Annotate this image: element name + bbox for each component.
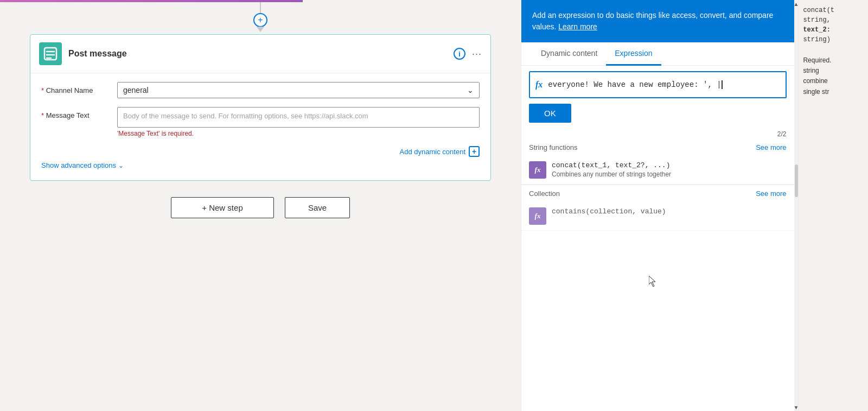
fx-func-icon: fx xyxy=(535,166,541,174)
fx-icon: fx xyxy=(535,80,542,90)
string-functions-header: String functions See more xyxy=(521,139,794,156)
message-text-input[interactable]: Body of the message to send. For formatt… xyxy=(117,107,480,128)
chevron-down-icon: ⌄ xyxy=(118,162,124,169)
code-line-3: text_2: xyxy=(803,26,830,34)
message-text-row: * Message Text Body of the message to se… xyxy=(41,107,480,137)
panel-scrollbar[interactable]: ▲ ▼ xyxy=(794,0,799,411)
top-connector: + xyxy=(253,2,267,32)
show-advanced-options[interactable]: Show advanced options ⌄ xyxy=(41,161,480,169)
card-title: Post message xyxy=(68,49,454,59)
ok-button[interactable]: OK xyxy=(529,104,571,123)
message-placeholder-text: Body of the message to send. For formatt… xyxy=(123,112,368,120)
code-line-1: concat(t xyxy=(803,5,864,15)
concat-func-icon: fx xyxy=(529,161,546,179)
learn-more-link[interactable]: Learn more xyxy=(558,22,597,31)
text-cursor xyxy=(722,80,723,89)
info-icon[interactable]: i xyxy=(454,48,465,60)
panel-info-banner: Add an expression to do basic things lik… xyxy=(521,0,794,42)
concat-func-name: concat(text_1, text_2?, ...) xyxy=(552,161,787,169)
message-text-input-wrapper: Body of the message to send. For formatt… xyxy=(117,107,480,137)
concat-function-item[interactable]: fx concat(text_1, text_2?, ...) Combines… xyxy=(521,156,794,185)
message-text-label: * Message Text xyxy=(41,107,117,119)
add-dynamic-content-row: Add dynamic content + xyxy=(41,146,480,157)
add-dynamic-content-label: Add dynamic content xyxy=(400,148,465,156)
channel-name-row: * Channel Name general ⌄ xyxy=(41,82,480,98)
expression-panel: Add an expression to do basic things lik… xyxy=(521,0,794,411)
scroll-up-arrow[interactable]: ▲ xyxy=(794,0,799,8)
expression-text: everyone! We have a new employee: ', | xyxy=(548,80,780,89)
dynamic-plus-icon: + xyxy=(469,146,480,157)
desc-line-2: string xyxy=(803,66,864,76)
connector-arrow xyxy=(257,27,264,32)
page-number: 2/2 xyxy=(521,129,794,139)
top-progress-bar xyxy=(0,0,505,2)
concat-func-desc: Combines any number of strings together xyxy=(552,170,787,178)
channel-name-dropdown[interactable]: general ⌄ xyxy=(117,82,480,98)
far-right-code: concat(t string, text_2: string) xyxy=(803,5,864,45)
channel-name-value: general xyxy=(123,86,149,94)
dropdown-chevron-icon: ⌄ xyxy=(467,86,474,94)
contains-func-icon: fx xyxy=(529,207,546,225)
concat-func-details: concat(text_1, text_2?, ...) Combines an… xyxy=(552,161,787,178)
collection-section-header: Collection See more xyxy=(521,185,794,202)
card-header-icons: i ··· xyxy=(454,48,482,60)
contains-func-details: contains(collection, value) xyxy=(552,207,787,216)
expression-input-area[interactable]: fx everyone! We have a new employee: ', … xyxy=(529,71,787,98)
code-line-4: string) xyxy=(803,35,864,45)
contains-func-name: contains(collection, value) xyxy=(552,207,787,216)
code-line-2: string, xyxy=(803,15,864,25)
right-panel: Add an expression to do basic things lik… xyxy=(521,0,868,411)
desc-line-1: Required. xyxy=(803,55,864,66)
ok-button-row: OK xyxy=(521,104,794,129)
action-buttons-row: + New step Save xyxy=(171,197,350,218)
expression-value: everyone! We have a new employee: ', | xyxy=(548,80,721,89)
contains-function-item[interactable]: fx contains(collection, value) xyxy=(521,202,794,231)
scrollbar-thumb[interactable] xyxy=(795,165,798,197)
channel-name-label: * Channel Name xyxy=(41,82,117,94)
tab-expression[interactable]: Expression xyxy=(606,42,661,66)
add-step-circle[interactable]: + xyxy=(253,13,267,27)
card-icon xyxy=(39,42,62,65)
channel-name-input-wrapper: general ⌄ xyxy=(117,82,480,98)
canvas-area: + Post message i ··· xyxy=(0,0,521,411)
post-message-card: Post message i ··· * Channel Name genera… xyxy=(30,34,491,181)
desc-line-3: combine xyxy=(803,76,864,86)
card-body: * Channel Name general ⌄ * Message Text … xyxy=(30,73,490,180)
show-advanced-label: Show advanced options xyxy=(41,161,116,169)
fx-contains-icon: fx xyxy=(535,212,541,220)
far-right-panel: concat(t string, text_2: string) Require… xyxy=(798,0,868,411)
collection-label: Collection xyxy=(529,189,560,198)
see-more-collection-link[interactable]: See more xyxy=(756,189,786,198)
new-step-button[interactable]: + New step xyxy=(171,197,274,218)
card-header: Post message i ··· xyxy=(30,35,490,73)
panel-tabs: Dynamic content Expression xyxy=(521,42,794,66)
desc-line-4: single str xyxy=(803,87,864,97)
connector-line xyxy=(260,2,261,13)
save-button[interactable]: Save xyxy=(285,197,350,218)
tab-dynamic-content[interactable]: Dynamic content xyxy=(532,42,606,66)
add-dynamic-content-link[interactable]: Add dynamic content + xyxy=(400,146,480,157)
far-right-description: Required. string combine single str xyxy=(803,55,864,97)
string-functions-label: String functions xyxy=(529,143,578,151)
more-options-icon[interactable]: ··· xyxy=(472,48,482,60)
message-error-text: 'Message Text' is required. xyxy=(117,130,480,137)
scroll-down-arrow[interactable]: ▼ xyxy=(794,403,799,411)
see-more-string-link[interactable]: See more xyxy=(756,143,786,151)
